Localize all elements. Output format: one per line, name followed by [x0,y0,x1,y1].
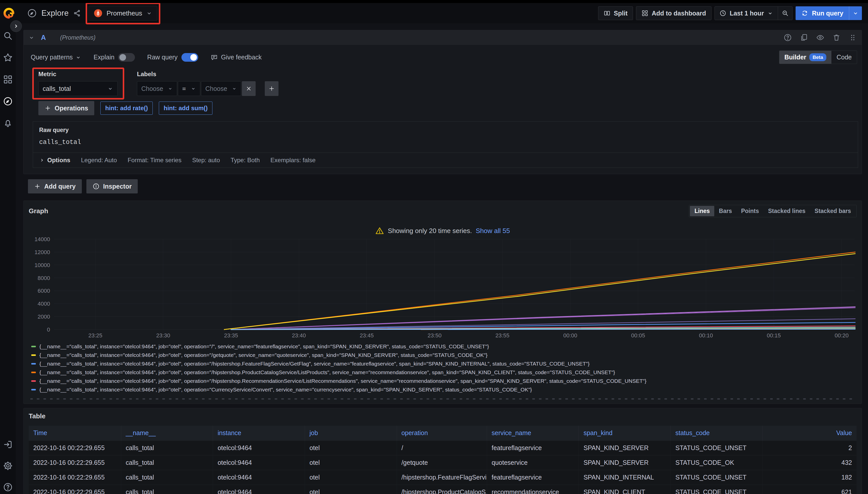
show-all-series-link[interactable]: Show all 55 [476,227,510,235]
table-cell: SPAN_KIND_INTERNAL [579,470,671,484]
label-operator-value: = [182,85,186,92]
explain-toggle[interactable] [118,53,135,62]
table-cell: calls_total [121,455,213,470]
column-header-job[interactable]: job [305,426,397,440]
options-expand[interactable]: Options [39,157,70,164]
column-header-spankind[interactable]: span_kind [579,426,671,440]
label-operator-select[interactable]: = [178,81,200,96]
give-feedback-button[interactable]: Give feedback [211,54,262,61]
inspector-label: Inspector [103,183,132,190]
legend-item[interactable]: {__name__="calls_total", instance="otelc… [31,394,856,396]
add-query-button[interactable]: Add query [28,179,82,193]
hint-button-0[interactable]: hint: add rate() [101,101,153,115]
sidebar-item-dashboards[interactable] [2,74,13,85]
label-key-select[interactable]: Choose [137,81,177,96]
main-content: A (Prometheus) [16,23,868,494]
metric-labels-row: Metric calls_total Labels Choose = [24,66,862,99]
raw-query-toggle[interactable] [181,53,198,62]
raw-query-toggle-label: Raw query [147,54,178,61]
query-patterns-dropdown[interactable]: Query patterns [31,54,81,61]
table-cell: calls_total [121,470,213,484]
split-button[interactable]: Split [598,6,633,20]
option-summary-4: Type: Both [231,157,260,164]
svg-text:00:10: 00:10 [699,332,713,339]
column-header-Time[interactable]: Time [29,426,121,440]
add-to-dashboard-button[interactable]: Add to dashboard [636,6,711,20]
legend-item[interactable]: {__name__="calls_total", instance="otelc… [31,385,856,394]
bell-icon [3,118,13,128]
code-tab[interactable]: Code [831,51,857,63]
remove-label-filter-button[interactable] [242,81,256,96]
add-label-filter-button[interactable] [265,81,278,96]
share-icon[interactable] [73,9,81,17]
hint-button-1[interactable]: hint: add sum() [159,101,213,115]
graph-mode-bars[interactable]: Bars [714,206,736,216]
graph-mode-stacked-bars[interactable]: Stacked bars [810,206,855,216]
query-row-header[interactable]: A (Prometheus) [24,30,862,45]
sidebar-item-sign-in[interactable] [2,439,13,450]
add-to-dashboard-label: Add to dashboard [652,10,706,17]
sidebar-expand-button[interactable] [10,20,22,32]
zoom-out-button[interactable] [778,6,792,20]
sidebar-item-starred[interactable] [2,52,13,63]
drag-handle-icon[interactable] [848,33,857,42]
legend-item[interactable]: {__name__="calls_total", instance="otelc… [31,368,856,377]
label-value-select[interactable]: Choose [201,81,241,96]
query-options-row[interactable]: OptionsLegend: AutoFormat: Time seriesSt… [33,153,858,168]
grafana-logo-icon[interactable] [3,7,15,19]
table-row: 2022-10-16 00:22:29.655calls_totalotelco… [29,455,856,470]
apps-icon [3,74,13,84]
column-header-operation[interactable]: operation [397,426,487,440]
table-cell: otel [305,455,397,470]
table-cell: /hipstershop.FeatureFlagServi… [397,470,487,484]
graph-mode-points[interactable]: Points [736,206,763,216]
legend-item[interactable]: {__name__="calls_total", instance="otelc… [31,351,856,359]
query-help-icon[interactable] [783,33,792,42]
svg-text:8000: 8000 [38,275,50,281]
column-header-name[interactable]: __name__ [121,426,213,440]
table-header-row: Time__name__instancejoboperationservice_… [29,426,856,440]
datasource-picker[interactable]: Prometheus [89,6,157,21]
operations-button[interactable]: Operations [38,101,94,115]
legend-scrollbar[interactable] [30,398,855,400]
sidebar-item-help[interactable] [2,482,13,493]
remove-query-trash-icon[interactable] [832,33,841,42]
add-query-label: Add query [44,183,76,190]
table-cell: featureflagservice [487,470,579,484]
legend-color-chip [31,389,36,391]
duplicate-query-icon[interactable] [800,33,808,42]
time-series-chart[interactable]: 0200040006000800010000120001400023:2523:… [29,236,856,339]
legend-item[interactable]: {__name__="calls_total", instance="otelc… [31,342,856,351]
builder-tab[interactable]: Builder Beta [779,51,831,64]
explore-compass-icon [27,8,37,18]
time-range-button[interactable]: Last 1 hour [715,6,778,20]
table-cell: 621 [762,484,856,494]
hide-response-eye-icon[interactable] [816,33,825,42]
column-header-servicename[interactable]: service_name [487,426,579,440]
run-query-button[interactable]: Run query [796,6,862,20]
svg-text:23:25: 23:25 [88,332,103,339]
legend-item[interactable]: {__name__="calls_total", instance="otelc… [31,359,856,368]
legend-item[interactable]: {__name__="calls_total", instance="otelc… [31,377,856,385]
metric-select[interactable]: calls_total [38,81,117,96]
svg-text:00:05: 00:05 [631,332,645,339]
collapse-chevron-icon[interactable] [28,34,35,41]
table-cell: otel [305,440,397,455]
run-query-caret[interactable] [849,6,862,20]
sidebar-item-configuration[interactable] [2,460,13,471]
graph-mode-lines[interactable]: Lines [690,206,714,216]
graph-mode-stacked-lines[interactable]: Stacked lines [763,206,810,216]
graph-panel: Graph LinesBarsPointsStacked linesStacke… [23,201,862,404]
series-limit-warning: Showing only 20 time series. Show all 55 [29,226,856,235]
column-header-instance[interactable]: instance [213,426,305,440]
inspector-button[interactable]: Inspector [86,179,138,193]
table-panel: Table Time__name__instancejoboperationse… [23,408,862,494]
sidebar-item-alerting[interactable] [2,118,13,129]
sidebar-item-explore[interactable] [2,96,13,107]
svg-text:14000: 14000 [35,236,50,243]
raw-query-value: calls_total [39,139,852,146]
column-header-statuscode[interactable]: status_code [671,426,763,440]
sidebar-item-search[interactable] [2,31,13,41]
column-header-Value[interactable]: Value [762,426,856,440]
legend-label: {__name__="calls_total", instance="otelc… [39,377,647,385]
